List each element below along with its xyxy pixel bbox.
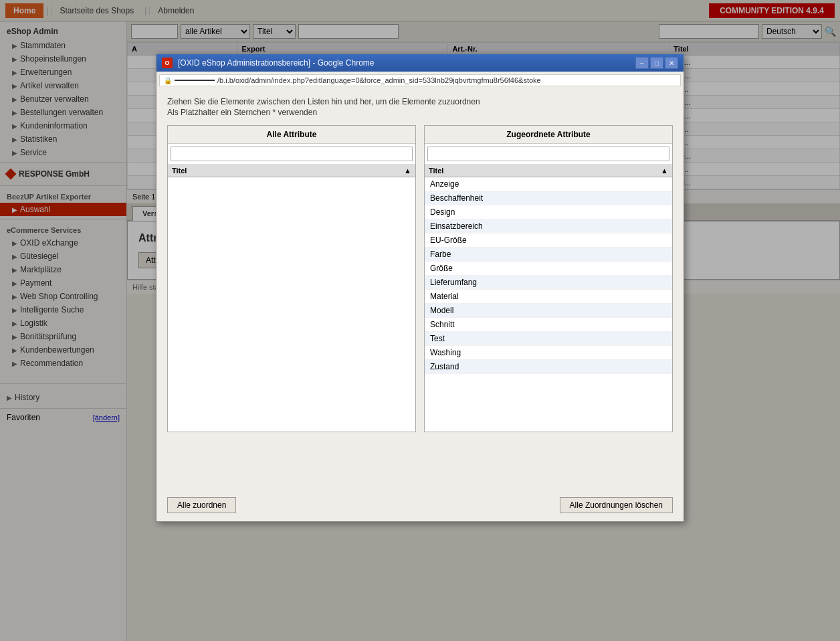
modal-window: O [OXID eShop Administrationsbereich] - … xyxy=(156,54,684,522)
all-attributes-panel: Alle Attribute Titel ▲ xyxy=(167,125,416,432)
chrome-icon: O xyxy=(162,58,173,68)
modal-titlebar-buttons: − □ ✕ xyxy=(635,57,678,69)
remove-all-button[interactable]: Alle Zuordnungen löschen xyxy=(560,497,673,513)
modal-close-button[interactable]: ✕ xyxy=(665,57,678,69)
assigned-attributes-panel: Zugeordnete Attribute Titel ▲ AnzeigeBes… xyxy=(424,125,673,432)
modal-minimize-button[interactable]: − xyxy=(635,57,649,69)
attr-list-item[interactable]: Größe xyxy=(425,262,672,276)
modal-overlay: O [OXID eShop Administrationsbereich] - … xyxy=(0,0,840,641)
attr-list-item[interactable]: Schnitt xyxy=(425,318,672,332)
modal-footer: Alle zuordnen Alle Zuordnungen löschen xyxy=(156,492,684,521)
modal-body: Ziehen Sie die Elemente zwischen den Lis… xyxy=(156,89,684,492)
attr-list-item[interactable]: Washing xyxy=(425,346,672,360)
assigned-attributes-list: AnzeigeBeschaffenheitDesignEinsatzbereic… xyxy=(425,177,672,432)
all-attributes-col-header[interactable]: Titel ▲ xyxy=(168,165,415,177)
assigned-attributes-search-input[interactable] xyxy=(427,147,669,161)
modal-maximize-button[interactable]: □ xyxy=(650,57,663,69)
col-title-label: Titel xyxy=(429,167,443,175)
assign-all-button[interactable]: Alle zuordnen xyxy=(167,497,236,513)
attr-list-item[interactable]: Lieferumfang xyxy=(425,276,672,290)
url-addr-prefix xyxy=(175,80,215,81)
attr-list-item[interactable]: Zustand xyxy=(425,360,672,374)
url-text: /b.i.b/oxid/admin/index.php?editlanguage… xyxy=(217,76,676,84)
modal-addressbar: 🔒 /b.i.b/oxid/admin/index.php?editlangua… xyxy=(159,74,681,86)
attr-list-item[interactable]: Material xyxy=(425,290,672,304)
sort-arrow-icon: ▲ xyxy=(661,167,668,175)
all-attributes-list xyxy=(168,177,415,432)
attr-list-item[interactable]: Modell xyxy=(425,304,672,318)
attributes-container: Alle Attribute Titel ▲ Zugeordnete Attri… xyxy=(167,125,673,432)
modal-title: [OXID eShop Administrationsbereich] - Go… xyxy=(178,58,630,68)
instruction-line-2: Als Platzhalter ein Sternchen * verwende… xyxy=(167,108,673,117)
attr-list-item[interactable]: Design xyxy=(425,205,672,219)
all-attributes-search xyxy=(168,144,415,165)
assigned-attributes-col-header[interactable]: Titel ▲ xyxy=(425,165,672,177)
instruction-line-1: Ziehen Sie die Elemente zwischen den Lis… xyxy=(167,97,673,106)
attr-list-item[interactable]: Farbe xyxy=(425,248,672,262)
attr-list-item[interactable]: Test xyxy=(425,332,672,346)
col-title-label: Titel xyxy=(172,167,187,175)
all-attributes-title: Alle Attribute xyxy=(168,126,415,144)
attr-list-item[interactable]: Einsatzbereich xyxy=(425,219,672,234)
url-icon: 🔒 xyxy=(164,77,172,84)
modal-titlebar: O [OXID eShop Administrationsbereich] - … xyxy=(156,54,684,72)
assigned-attributes-title: Zugeordnete Attribute xyxy=(425,126,672,144)
attr-list-item[interactable]: EU-Größe xyxy=(425,234,672,248)
attr-list-item[interactable]: Beschaffenheit xyxy=(425,191,672,205)
all-attributes-search-input[interactable] xyxy=(171,147,413,161)
attr-list-item[interactable]: Anzeige xyxy=(425,177,672,191)
sort-arrow-icon: ▲ xyxy=(404,167,411,175)
modal-instructions: Ziehen Sie die Elemente zwischen den Lis… xyxy=(167,97,673,117)
assigned-attributes-search xyxy=(425,144,672,165)
